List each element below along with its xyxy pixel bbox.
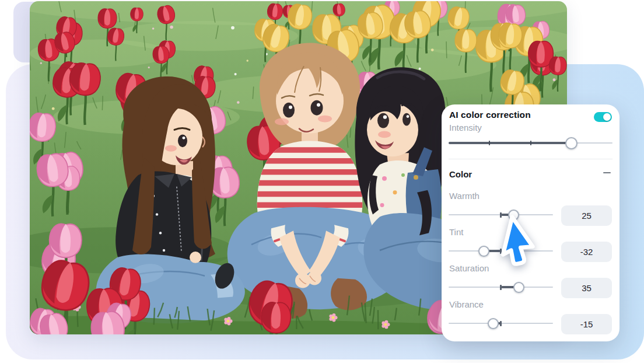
vibrance-slider-handle[interactable] bbox=[488, 318, 499, 329]
saturation-label: Saturation bbox=[449, 263, 489, 273]
collapse-color-section-button[interactable] bbox=[599, 164, 614, 176]
tint-label: Tint bbox=[449, 227, 463, 237]
warmth-label: Warmth bbox=[449, 191, 480, 201]
color-section-label: Color bbox=[449, 169, 472, 179]
intensity-slider[interactable] bbox=[449, 138, 612, 148]
slider-tick bbox=[489, 141, 490, 145]
center-tick bbox=[500, 321, 502, 326]
vibrance-label: Vibrance bbox=[449, 299, 484, 309]
tint-slider-handle[interactable] bbox=[478, 246, 489, 257]
toggle-knob bbox=[603, 113, 611, 121]
slider-fill bbox=[449, 142, 572, 144]
minus-icon bbox=[603, 172, 611, 173]
intensity-slider-handle[interactable] bbox=[565, 137, 578, 149]
slider-tick bbox=[530, 141, 531, 145]
tint-value[interactable]: -32 bbox=[561, 242, 612, 262]
saturation-row: Saturation35 bbox=[442, 263, 620, 299]
saturation-slider[interactable] bbox=[449, 282, 553, 292]
center-tick bbox=[500, 285, 502, 290]
cursor-pointer-icon bbox=[498, 212, 551, 268]
saturation-slider-handle[interactable] bbox=[513, 282, 524, 293]
vibrance-value[interactable]: -15 bbox=[561, 314, 612, 334]
vibrance-row: Vibrance-15 bbox=[442, 299, 620, 336]
ai-color-correction-toggle[interactable] bbox=[594, 112, 612, 122]
panel-title: AI color correction bbox=[449, 110, 531, 120]
page: AI color correction Intensity Color Warm… bbox=[0, 0, 644, 363]
divider bbox=[449, 159, 612, 159]
intensity-label: Intensity bbox=[449, 123, 482, 132]
saturation-value[interactable]: 35 bbox=[561, 278, 612, 298]
vibrance-slider[interactable] bbox=[449, 318, 553, 329]
warmth-value[interactable]: 25 bbox=[561, 205, 612, 226]
